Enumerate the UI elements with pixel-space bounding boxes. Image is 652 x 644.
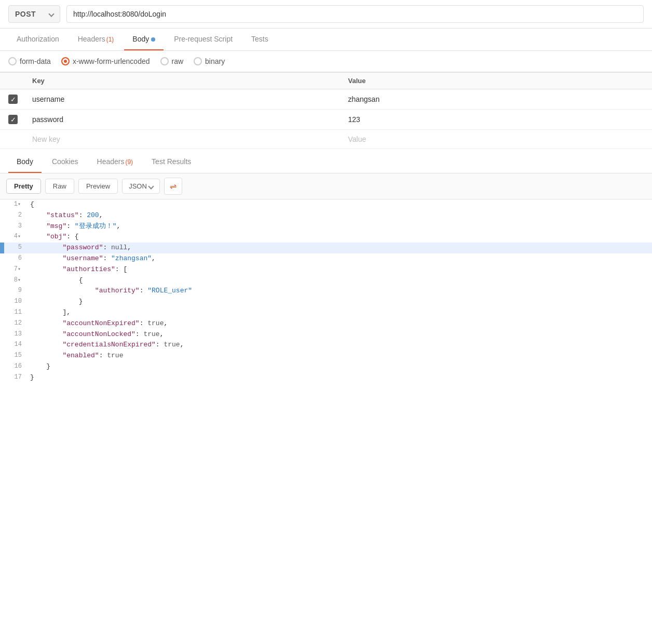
code-line-4: 4▾ "obj": { bbox=[0, 232, 652, 243]
line-content-14: "credentialsNonExpired": true, bbox=[30, 340, 652, 351]
format-dropdown-chevron bbox=[148, 183, 154, 189]
line-number-9: 9 bbox=[4, 286, 30, 296]
code-line-2: 2 "status": 200, bbox=[0, 210, 652, 221]
radio-circle-raw bbox=[160, 57, 169, 65]
fold-arrow-1[interactable]: ▾ bbox=[18, 202, 21, 207]
line-number-11: 11 bbox=[4, 307, 30, 317]
kv-new-key[interactable]: New key bbox=[26, 130, 342, 149]
response-tab-cookies[interactable]: Cookies bbox=[44, 151, 87, 173]
request-tab-headers[interactable]: Headers(1) bbox=[70, 29, 123, 50]
radio-circle-binary bbox=[194, 57, 202, 65]
body-type-raw[interactable]: raw bbox=[160, 57, 184, 65]
fold-arrow-4[interactable]: ▾ bbox=[18, 234, 21, 239]
line-content-6: "username": "zhangsan", bbox=[30, 253, 652, 264]
body-type-label-form-data: form-data bbox=[20, 57, 51, 65]
method-selector[interactable]: POST bbox=[8, 5, 60, 23]
line-indicator-5 bbox=[0, 243, 4, 253]
format-btn-raw[interactable]: Raw bbox=[45, 179, 74, 194]
line-content-17: } bbox=[30, 372, 652, 383]
wrap-button[interactable]: ⇌ bbox=[164, 178, 182, 195]
checkmark-0: ✓ bbox=[10, 96, 16, 103]
code-line-7: 7▾ "authorities": [ bbox=[0, 264, 652, 275]
body-type-label-raw: raw bbox=[172, 57, 184, 65]
line-content-7: "authorities": [ bbox=[30, 264, 652, 275]
line-content-12: "accountNonExpired": true, bbox=[30, 318, 652, 329]
body-type-form-data[interactable]: form-data bbox=[8, 57, 51, 65]
response-tab-headers[interactable]: Headers(9) bbox=[89, 151, 142, 173]
request-tab-authorization[interactable]: Authorization bbox=[8, 29, 67, 50]
line-number-7: 7▾ bbox=[4, 264, 30, 274]
code-line-6: 6 "username": "zhangsan", bbox=[0, 253, 652, 264]
top-bar: POST bbox=[0, 0, 652, 29]
chevron-down-icon bbox=[48, 11, 54, 17]
kv-key-0: username bbox=[26, 89, 342, 110]
code-line-9: 9 "authority": "ROLE_user" bbox=[0, 286, 652, 297]
request-tabs: AuthorizationHeaders(1)BodyPre-request S… bbox=[0, 29, 652, 51]
line-content-13: "accountNonLocked": true, bbox=[30, 329, 652, 340]
kv-new-row: New key Value bbox=[0, 130, 652, 149]
kv-checkbox-cell-1: ✓ bbox=[0, 110, 26, 130]
response-tab-test-results[interactable]: Test Results bbox=[143, 151, 199, 173]
body-type-x-www-form-urlencoded[interactable]: x-www-form-urlencoded bbox=[61, 57, 150, 65]
kv-table: Key Value ✓ username zhangsan ✓ password… bbox=[0, 72, 652, 149]
code-line-10: 10 } bbox=[0, 297, 652, 307]
format-type-dropdown[interactable]: JSON bbox=[122, 179, 160, 194]
code-line-3: 3 "msg": "登录成功！", bbox=[0, 221, 652, 232]
kv-value-0: zhangsan bbox=[342, 89, 652, 110]
kv-new-checkbox-cell bbox=[0, 130, 26, 149]
radio-circle-x-www-form-urlencoded bbox=[61, 57, 70, 65]
kv-checkbox-1[interactable]: ✓ bbox=[8, 115, 18, 124]
line-number-14: 14 bbox=[4, 340, 30, 350]
line-number-6: 6 bbox=[4, 253, 30, 263]
line-number-2: 2 bbox=[4, 210, 30, 220]
code-line-1: 1▾{ bbox=[0, 199, 652, 210]
code-line-14: 14 "credentialsNonExpired": true, bbox=[0, 340, 652, 351]
fold-arrow-8[interactable]: ▾ bbox=[18, 277, 21, 283]
line-content-16: } bbox=[30, 361, 652, 372]
wrap-icon: ⇌ bbox=[170, 181, 176, 191]
url-input[interactable] bbox=[66, 5, 644, 23]
col-value: Value bbox=[342, 73, 652, 89]
format-btn-pretty[interactable]: Pretty bbox=[6, 179, 41, 194]
code-line-8: 8▾ { bbox=[0, 275, 652, 286]
tab-badge-headers: (1) bbox=[106, 36, 114, 43]
request-tab-tests[interactable]: Tests bbox=[243, 29, 277, 50]
code-line-15: 15 "enabled": true bbox=[0, 351, 652, 361]
resp-tab-badge-headers: (9) bbox=[125, 158, 133, 166]
line-content-4: "obj": { bbox=[30, 232, 652, 243]
code-line-17: 17} bbox=[0, 372, 652, 383]
body-type-binary[interactable]: binary bbox=[194, 57, 225, 65]
code-line-13: 13 "accountNonLocked": true, bbox=[0, 329, 652, 340]
checkmark-1: ✓ bbox=[10, 116, 16, 123]
code-viewer: 1▾{2 "status": 200,3 "msg": "登录成功！",4▾ "… bbox=[0, 199, 652, 383]
code-line-16: 16 } bbox=[0, 361, 652, 372]
line-content-10: } bbox=[30, 297, 652, 307]
tab-dot-body bbox=[151, 37, 155, 42]
line-content-11: ], bbox=[30, 307, 652, 318]
kv-checkbox-cell-0: ✓ bbox=[0, 89, 26, 110]
request-tab-body[interactable]: Body bbox=[124, 29, 164, 50]
line-content-2: "status": 200, bbox=[30, 210, 652, 221]
format-btn-preview[interactable]: Preview bbox=[78, 179, 118, 194]
line-number-17: 17 bbox=[4, 372, 30, 382]
line-number-16: 16 bbox=[4, 361, 30, 371]
method-label: POST bbox=[15, 10, 36, 18]
code-line-11: 11 ], bbox=[0, 307, 652, 318]
response-toolbar: PrettyRawPreviewJSON⇌ bbox=[0, 173, 652, 199]
request-tab-pre-request[interactable]: Pre-request Script bbox=[166, 29, 241, 50]
body-type-row: form-datax-www-form-urlencodedrawbinary bbox=[0, 51, 652, 72]
response-tab-body[interactable]: Body bbox=[8, 151, 42, 173]
kv-new-value: Value bbox=[342, 130, 652, 149]
body-type-label-binary: binary bbox=[205, 57, 225, 65]
line-number-10: 10 bbox=[4, 297, 30, 306]
fold-arrow-7[interactable]: ▾ bbox=[18, 266, 21, 272]
line-content-5: "password": null, bbox=[30, 243, 652, 253]
line-content-1: { bbox=[30, 199, 652, 210]
line-content-8: { bbox=[30, 275, 652, 286]
kv-value-1: 123 bbox=[342, 110, 652, 130]
kv-checkbox-0[interactable]: ✓ bbox=[8, 95, 18, 104]
radio-circle-form-data bbox=[8, 57, 17, 65]
response-tabs: BodyCookiesHeaders(9)Test Results bbox=[0, 151, 652, 173]
line-number-8: 8▾ bbox=[4, 275, 30, 285]
line-number-13: 13 bbox=[4, 329, 30, 339]
